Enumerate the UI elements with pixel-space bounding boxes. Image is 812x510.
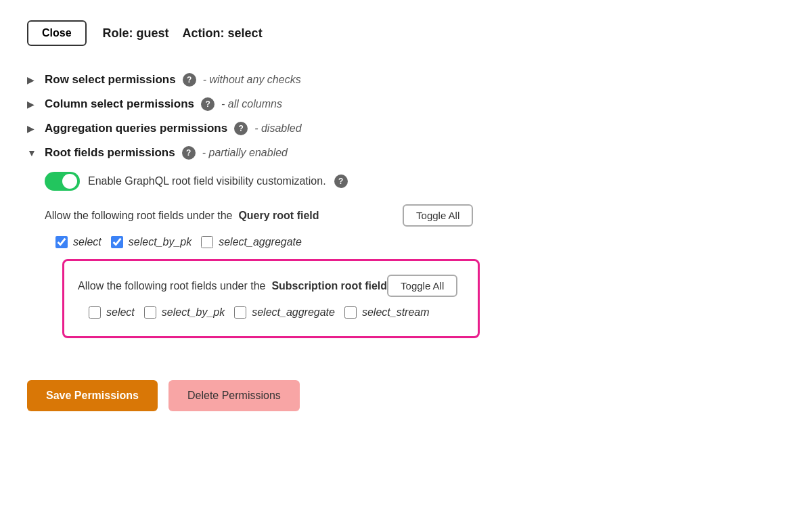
subscription-select-checkbox[interactable] xyxy=(89,306,101,319)
query-toggle-all-button[interactable]: Toggle All xyxy=(403,204,473,227)
subscription-select-aggregate-label: select_aggregate xyxy=(252,306,335,319)
query-checkbox-row: select select_by_pk select_aggregate xyxy=(55,236,480,248)
query-prefix-text: Allow the following root fields under th… xyxy=(45,210,233,221)
subscription-select-item: select xyxy=(89,306,135,319)
toggle-slider xyxy=(45,172,80,191)
column-select-label: Column select permissions xyxy=(45,97,194,111)
query-root-field-section: Allow the following root fields under th… xyxy=(45,204,480,248)
row-select-help-icon[interactable]: ? xyxy=(183,73,196,87)
subscription-root-field-section: Allow the following root fields under th… xyxy=(62,259,480,338)
query-select-by-pk-label: select_by_pk xyxy=(129,236,191,248)
row-select-label: Row select permissions xyxy=(45,73,176,87)
action-buttons: Save Permissions Delete Permissions xyxy=(27,380,785,411)
subscription-select-stream-checkbox[interactable] xyxy=(344,306,357,319)
graphql-toggle-help-icon[interactable]: ? xyxy=(334,175,348,188)
subscription-select-label: select xyxy=(106,306,135,319)
column-select-help-icon[interactable]: ? xyxy=(201,97,215,111)
enable-toggle-label: Enable GraphQL root field visibility cus… xyxy=(88,175,326,187)
subscription-select-by-pk-item: select_by_pk xyxy=(144,306,225,319)
query-section-header: Allow the following root fields under th… xyxy=(45,204,480,227)
row-select-permission-item: ▶ Row select permissions ? - without any… xyxy=(27,68,785,92)
subscription-section-text: Allow the following root fields under th… xyxy=(78,280,387,292)
subscription-select-by-pk-label: select_by_pk xyxy=(162,306,225,319)
header-info: Role: guest Action: select xyxy=(103,26,263,41)
delete-permissions-button[interactable]: Delete Permissions xyxy=(168,380,300,411)
aggregation-permission-item: ▶ Aggregation queries permissions ? - di… xyxy=(27,116,785,141)
graphql-visibility-toggle[interactable] xyxy=(45,172,80,191)
column-select-permission-item: ▶ Column select permissions ? - all colu… xyxy=(27,92,785,116)
query-select-aggregate-label: select_aggregate xyxy=(219,236,302,248)
subscription-prefix-text: Allow the following root fields under th… xyxy=(78,280,266,292)
enable-toggle-row: Enable GraphQL root field visibility cus… xyxy=(45,172,480,191)
query-select-label: select xyxy=(73,236,102,248)
aggregation-status: - disabled xyxy=(254,122,301,135)
query-select-checkbox[interactable] xyxy=(55,236,68,248)
action-label: Action: select xyxy=(183,26,263,41)
column-select-chevron[interactable]: ▶ xyxy=(27,99,38,110)
query-select-aggregate-item: select_aggregate xyxy=(201,236,302,248)
row-select-status: - without any checks xyxy=(203,74,301,86)
subscription-select-stream-item: select_stream xyxy=(344,306,430,319)
close-button[interactable]: Close xyxy=(27,20,87,46)
root-fields-header-row: ▼ Root fields permissions ? - partially … xyxy=(27,146,288,160)
query-select-aggregate-checkbox[interactable] xyxy=(201,236,213,248)
column-select-status: - all columns xyxy=(221,98,282,110)
permissions-list: ▶ Row select permissions ? - without any… xyxy=(27,68,785,364)
root-fields-status: - partially enabled xyxy=(202,147,288,159)
root-fields-chevron[interactable]: ▼ xyxy=(27,147,38,158)
subscription-select-aggregate-checkbox[interactable] xyxy=(234,306,246,319)
query-select-item: select xyxy=(55,236,102,248)
query-select-by-pk-item: select_by_pk xyxy=(111,236,191,248)
aggregation-label: Aggregation queries permissions xyxy=(45,122,227,135)
header: Close Role: guest Action: select xyxy=(27,20,785,46)
subscription-section-header: Allow the following root fields under th… xyxy=(78,275,464,297)
row-select-chevron[interactable]: ▶ xyxy=(27,74,38,85)
save-permissions-button[interactable]: Save Permissions xyxy=(27,380,158,411)
query-field-name: Query root field xyxy=(238,210,319,221)
role-label: Role: guest xyxy=(103,26,169,41)
subscription-select-by-pk-checkbox[interactable] xyxy=(144,306,156,319)
root-fields-permission-item: ▼ Root fields permissions ? - partially … xyxy=(27,141,785,364)
query-section-text: Allow the following root fields under th… xyxy=(45,210,319,222)
aggregation-chevron[interactable]: ▶ xyxy=(27,123,38,134)
subscription-checkbox-row: select select_by_pk select_aggregate sel… xyxy=(89,306,464,319)
subscription-toggle-all-button[interactable]: Toggle All xyxy=(387,275,457,297)
aggregation-help-icon[interactable]: ? xyxy=(234,122,248,135)
subscription-field-name: Subscription root field xyxy=(271,280,387,292)
subscription-select-aggregate-item: select_aggregate xyxy=(234,306,335,319)
query-select-by-pk-checkbox[interactable] xyxy=(111,236,123,248)
root-fields-help-icon[interactable]: ? xyxy=(182,146,196,160)
subscription-select-stream-label: select_stream xyxy=(362,306,430,319)
root-fields-expanded: Enable GraphQL root field visibility cus… xyxy=(45,172,480,358)
root-fields-label: Root fields permissions xyxy=(45,146,175,160)
